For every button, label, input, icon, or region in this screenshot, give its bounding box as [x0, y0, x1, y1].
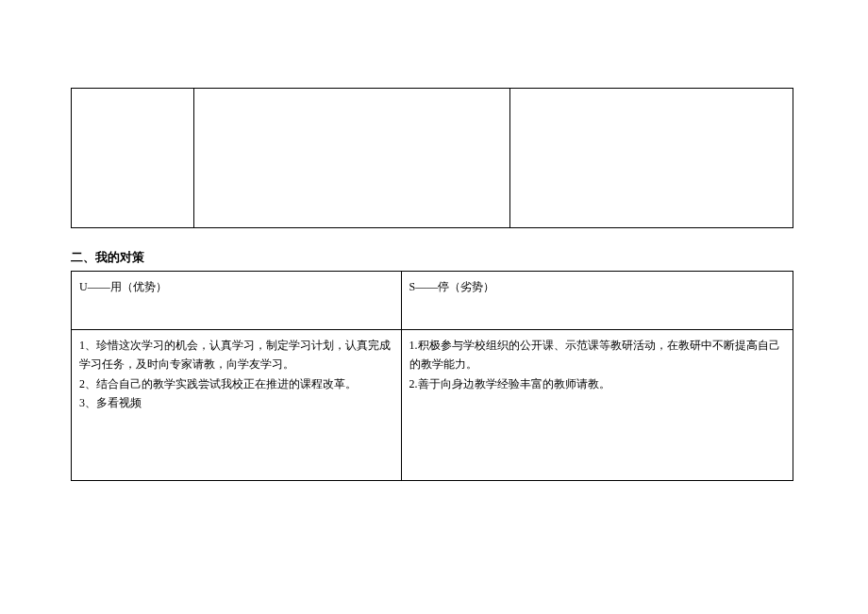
empty-cell: [510, 89, 793, 228]
empty-cell: [193, 89, 510, 228]
empty-table-top: [71, 88, 793, 228]
document-page: 二、我的对策 U——用（优势） S——停（劣势） 1、珍惜这次学习的机会，认真学…: [0, 88, 868, 481]
s-strategy-content: 1.积极参与学校组织的公开课、示范课等教研活动，在教研中不断提高自己的教学能力。…: [401, 330, 793, 481]
u-strategy-header: U——用（优势）: [72, 272, 402, 330]
section-title: 二、我的对策: [71, 249, 868, 266]
strategy-table: U——用（优势） S——停（劣势） 1、珍惜这次学习的机会，认真学习，制定学习计…: [71, 271, 793, 481]
s-strategy-header: S——停（劣势）: [401, 272, 793, 330]
empty-cell: [72, 89, 194, 228]
u-strategy-content: 1、珍惜这次学习的机会，认真学习，制定学习计划，认真完成学习任务，及时向专家请教…: [72, 330, 402, 481]
